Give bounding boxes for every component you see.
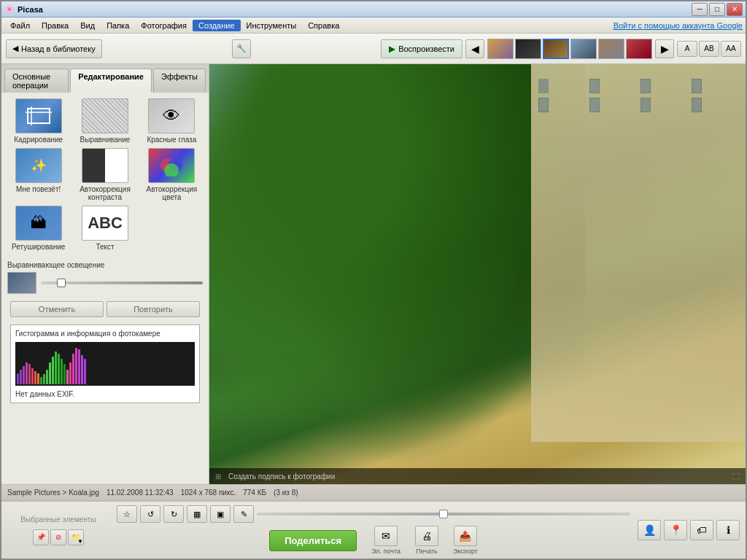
tab-edit[interactable]: Редактирование bbox=[70, 69, 152, 93]
tool-text-label: Текст bbox=[96, 243, 114, 251]
zoom-slider-thumb[interactable] bbox=[439, 510, 448, 518]
export-action: 📤 Экспорт bbox=[453, 526, 478, 555]
print-button[interactable]: 🖨 bbox=[415, 526, 438, 546]
close-button[interactable]: ✕ bbox=[727, 3, 743, 16]
email-button[interactable]: ✉ bbox=[374, 526, 398, 546]
status-bar: Sample Pictures > Koala.jpg 11.02.2008 1… bbox=[1, 484, 746, 500]
tool-retouch-label: Ретуширование bbox=[12, 243, 65, 251]
thumbnail-6[interactable] bbox=[626, 39, 652, 59]
menu-help[interactable]: Справка bbox=[302, 20, 345, 31]
tool-retouch[interactable]: 🏔 Ретуширование bbox=[7, 206, 69, 251]
slider-thumb[interactable] bbox=[57, 279, 66, 287]
window-8 bbox=[692, 98, 702, 112]
menu-view[interactable]: Вид bbox=[74, 20, 101, 31]
folder-button[interactable]: 📁▼ bbox=[68, 529, 84, 545]
autocolor-icon bbox=[148, 148, 195, 183]
cancel-button[interactable]: Отменить bbox=[10, 301, 104, 317]
tool-align-label: Выравнивание bbox=[80, 136, 131, 144]
lucky-icon: ✨ bbox=[15, 148, 62, 183]
thumbnail-2[interactable] bbox=[515, 39, 541, 59]
tool-crop[interactable]: Кадрирование bbox=[7, 98, 69, 144]
minimize-button[interactable]: ─ bbox=[692, 3, 708, 16]
people-button[interactable]: 👤 bbox=[638, 520, 661, 540]
menu-folder[interactable]: Папка bbox=[101, 20, 135, 31]
tool-redeye-label: Красные глаза bbox=[147, 136, 196, 144]
tool-autocolor[interactable]: Автокоррекция цвета bbox=[141, 148, 203, 201]
hist-bar bbox=[31, 368, 34, 384]
thumbnail-strip bbox=[487, 39, 652, 59]
building-overlay bbox=[531, 64, 746, 442]
tag-button[interactable]: 🏷 bbox=[690, 520, 713, 540]
tool-redeye[interactable]: 👁 Красные глаза bbox=[141, 98, 203, 144]
tab-effects[interactable]: Эффекты bbox=[153, 69, 206, 93]
redeye-icon: 👁 bbox=[148, 98, 195, 133]
menu-tools[interactable]: Инструменты bbox=[241, 20, 303, 31]
edit-button[interactable]: ✎ bbox=[233, 505, 254, 523]
label-a-button[interactable]: A bbox=[677, 41, 697, 57]
collage-button[interactable]: ▣ bbox=[210, 505, 231, 523]
slider-track[interactable] bbox=[41, 281, 203, 284]
autocontrast-icon bbox=[82, 148, 128, 183]
settings-icon[interactable]: 🔧 bbox=[232, 39, 251, 58]
label-aa-button[interactable]: AA bbox=[721, 41, 741, 57]
tool-text[interactable]: ABC Текст bbox=[74, 206, 136, 251]
action-buttons: Отменить Повторить bbox=[7, 297, 203, 322]
share-button[interactable]: Поделиться bbox=[269, 530, 357, 551]
menu-photo[interactable]: Фотография bbox=[135, 20, 193, 31]
tool-lucky-label: Мне повезёт! bbox=[16, 185, 61, 193]
remove-button[interactable]: ⊘ bbox=[50, 529, 66, 545]
menu-bar: Файл Правка Вид Папка Фотография Создани… bbox=[1, 18, 746, 34]
photo-main: ⊞ Создать подпись к фотографии ⛶ bbox=[209, 64, 746, 484]
play-button-label: Воспроизвести bbox=[398, 44, 454, 53]
hist-bar bbox=[58, 354, 60, 384]
tool-align[interactable]: Выравнивание bbox=[74, 98, 136, 144]
tools-grid: Кадрирование Выравнивание 👁 Красные глаз… bbox=[7, 98, 203, 251]
export-button[interactable]: 📤 bbox=[454, 526, 477, 546]
location-button[interactable]: 📍 bbox=[664, 520, 687, 540]
maximize-button[interactable]: □ bbox=[709, 3, 725, 16]
play-button[interactable]: ▶ Воспроизвести bbox=[381, 39, 462, 58]
tab-basic[interactable]: Основные операции bbox=[4, 69, 69, 93]
hist-bar bbox=[49, 362, 51, 384]
toolbar: ◀ Назад в библиотеку 🔧 ▶ Воспроизвести ◀… bbox=[1, 34, 746, 64]
label-buttons: A AB AA bbox=[677, 41, 741, 57]
bottom-right: 👤 📍 🏷 ℹ bbox=[638, 520, 740, 540]
zoom-slider[interactable] bbox=[257, 513, 630, 516]
label-ab-button[interactable]: AB bbox=[699, 41, 719, 57]
hist-bar bbox=[61, 359, 63, 384]
thumbnail-1[interactable] bbox=[487, 39, 514, 59]
next-photo-button[interactable]: ▶ bbox=[655, 39, 674, 58]
info-button[interactable]: ℹ bbox=[716, 520, 740, 540]
thumbnail-4[interactable] bbox=[570, 39, 597, 59]
tool-lucky[interactable]: ✨ Мне повезёт! bbox=[7, 148, 69, 201]
album-button[interactable]: ▦ bbox=[187, 505, 207, 523]
bottom-center: ☆ ↺ ↻ ▦ ▣ ✎ Поделиться ✉ Эл. почта 🖨 Пе bbox=[109, 505, 638, 555]
redo-button[interactable]: Повторить bbox=[107, 301, 200, 317]
selected-label: Выбранные элементы bbox=[20, 516, 96, 524]
hist-bar bbox=[78, 349, 80, 384]
hist-bar bbox=[66, 370, 69, 384]
pin-button[interactable]: 📌 bbox=[33, 529, 49, 545]
login-link[interactable]: Войти с помощью аккаунта Google bbox=[614, 21, 743, 30]
prev-photo-button[interactable]: ◀ bbox=[465, 39, 484, 58]
back-button[interactable]: ◀ Назад в библиотеку bbox=[6, 39, 102, 58]
fullscreen-icon[interactable]: ⛶ bbox=[732, 472, 740, 481]
exif-text: Нет данных EXIF. bbox=[15, 390, 195, 398]
tool-autocontrast[interactable]: Автокоррекция контраста bbox=[74, 148, 136, 201]
tool-crop-label: Кадрирование bbox=[14, 136, 63, 144]
hist-bar bbox=[40, 377, 42, 384]
menu-edit[interactable]: Правка bbox=[36, 20, 74, 31]
window-7 bbox=[640, 98, 651, 112]
hist-bar bbox=[81, 355, 83, 384]
hist-bar bbox=[34, 371, 36, 384]
rotate-left-button[interactable]: ↺ bbox=[140, 505, 160, 523]
menu-file[interactable]: Файл bbox=[4, 20, 36, 31]
star-button[interactable]: ☆ bbox=[117, 505, 137, 523]
thumbnail-5[interactable] bbox=[598, 39, 624, 59]
thumbnail-3[interactable] bbox=[543, 39, 569, 59]
title-bar: 🌸 Picasa ─ □ ✕ bbox=[1, 1, 746, 18]
rotate-right-button[interactable]: ↻ bbox=[163, 505, 184, 523]
hist-bar bbox=[75, 348, 77, 384]
menu-create[interactable]: Создание bbox=[193, 20, 241, 31]
hist-bar bbox=[63, 364, 66, 384]
